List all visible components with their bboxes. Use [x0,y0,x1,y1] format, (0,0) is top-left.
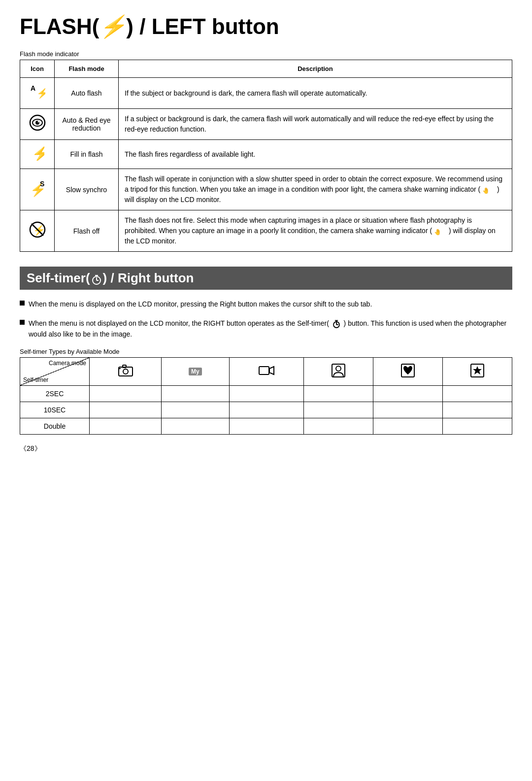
self-timer-inline-icon [332,319,341,328]
timer-row-double: Double [20,418,512,434]
timer-cell [304,402,373,418]
auto-flash-svg: A ⚡ [30,83,45,101]
self-timer-table: Camera mode Self-timer My [20,357,512,435]
icon-red-eye [20,109,55,140]
timer-cell [373,385,443,402]
svg-marker-34 [473,366,482,374]
table-row: ⚡ Flash off The flash does not fire. Sel… [20,210,512,252]
timer-label-2sec: 2SEC [20,385,90,402]
my-badge: My [189,368,202,375]
svg-text:🤚: 🤚 [482,187,490,194]
timer-cell [443,418,512,434]
timer-cell [90,385,162,402]
icon-fill-flash: ⚡ [20,140,55,169]
timer-row-10sec: 10SEC [20,402,512,418]
timer-label-10sec: 10SEC [20,402,90,418]
timer-cell [373,418,443,434]
timer-row-2sec: 2SEC [20,385,512,402]
timer-cell [162,402,229,418]
camera-icon [118,364,133,377]
timer-cell [443,402,512,418]
svg-point-31 [336,366,341,371]
table-header-icon: Icon [20,60,55,78]
timer-cell [229,418,304,434]
flash-off-svg: ⚡ [29,221,46,238]
svg-point-25 [123,369,128,374]
bullet-text-1: When the menu is displayed on the LCD mo… [29,299,512,309]
page-title: FLASH(⚡) / LEFT button [20,15,512,38]
svg-marker-29 [269,367,274,374]
flash-mode-table: Icon Flash mode Description A ⚡ Auto fla… [20,60,512,252]
svg-text:⚡: ⚡ [36,87,45,99]
svg-rect-26 [123,365,126,368]
timer-types-label: Self-timer Types by Available Mode [20,348,512,355]
desc-red-eye: If a subject or background is dark, the … [119,109,512,140]
camera-mode-heart [373,357,443,385]
mode-fill-flash: Fill in flash [55,140,119,169]
timer-cell [443,385,512,402]
face-icon [332,364,345,377]
timer-cell [229,385,304,402]
timer-cell [162,418,229,434]
desc-auto-flash: If the subject or background is dark, th… [119,78,512,109]
flash-icon-title: ⚡ [99,14,126,38]
camera-mode-face [304,357,373,385]
camera-mode-label: Camera mode [49,360,86,367]
page-number: 《28》 [20,444,512,453]
timer-label-double: Double [20,418,90,434]
svg-text:🤚: 🤚 [434,228,441,236]
table-header-mode: Flash mode [55,60,119,78]
fill-flash-svg: ⚡ [31,145,44,161]
desc-fill-flash: The flash fires regardless of available … [119,140,512,169]
bullet-text-2: When the menu is not displayed on the LC… [29,318,512,340]
flash-indicator-label: Flash mode indicator [20,50,512,58]
table-header-description: Description [119,60,512,78]
mode-flash-off: Flash off [55,210,119,252]
bullet-item-2: When the menu is not displayed on the LC… [20,318,512,340]
mode-auto-flash: Auto flash [55,78,119,109]
timer-cell [162,385,229,402]
camera-mode-video [229,357,304,385]
icon-slow-synchro: ⚡ S [20,169,55,210]
table-row: Auto & Red eye reduction If a subject or… [20,109,512,140]
bullet-item-1: When the menu is displayed on the LCD mo… [20,299,512,309]
star-icon [470,364,484,377]
timer-cell [90,418,162,434]
camera-mode-camera [90,357,162,385]
mode-red-eye: Auto & Red eye reduction [55,109,119,140]
heart-icon [401,364,415,377]
timer-cell [304,385,373,402]
svg-rect-27 [119,368,121,369]
timer-cell [304,418,373,434]
slow-synchro-svg: ⚡ S [29,179,46,197]
svg-text:⚡: ⚡ [32,145,44,161]
self-timer-heading: Self-timer() / Right button [20,267,512,290]
desc-flash-off: The flash does not fire. Select this mod… [119,210,512,252]
svg-text:A: A [31,84,35,92]
table-row: ⚡ Fill in flash The flash fires regardle… [20,140,512,169]
svg-text:⚡: ⚡ [33,224,45,236]
icon-flash-off: ⚡ [20,210,55,252]
timer-cell [229,402,304,418]
table-row: A ⚡ Auto flash If the subject or backgro… [20,78,512,109]
icon-auto-flash: A ⚡ [20,78,55,109]
timer-cell [90,402,162,418]
red-eye-svg [29,114,46,132]
svg-point-5 [37,121,39,123]
self-timer-icon [91,274,102,285]
timer-cell [373,402,443,418]
camera-mode-star [443,357,512,385]
svg-rect-24 [119,367,133,376]
bullet-icon-2 [20,320,25,325]
camera-mode-my: My [162,357,229,385]
desc-slow-synchro: The flash will operate in conjunction wi… [119,169,512,210]
svg-rect-28 [259,367,269,374]
video-icon [259,365,274,376]
self-timer-label: Self-timer [23,376,48,383]
bullet-icon-1 [20,301,25,306]
mode-slow-synchro: Slow synchro [55,169,119,210]
svg-text:S: S [40,180,44,188]
timer-header-diagonal: Camera mode Self-timer [20,357,90,385]
table-row: ⚡ S Slow synchro The flash will operate … [20,169,512,210]
